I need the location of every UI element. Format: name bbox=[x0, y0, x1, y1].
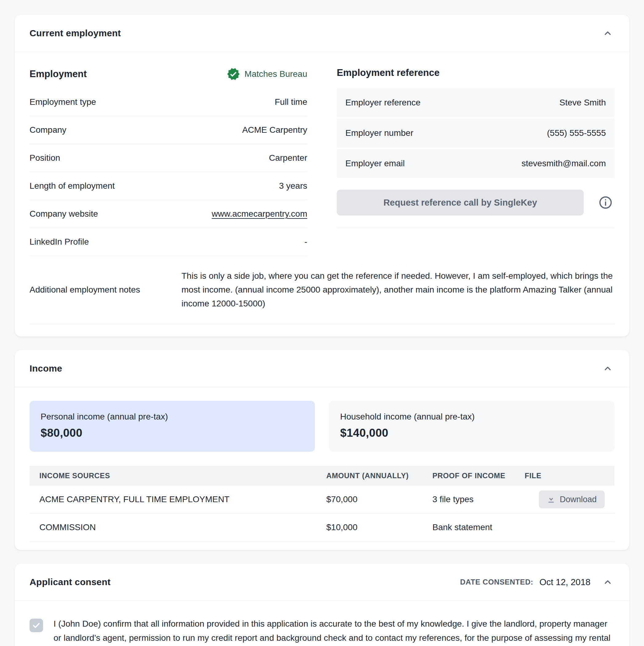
length-of-employment-row: Length of employment 3 years bbox=[29, 172, 307, 200]
employment-reference-subtitle: Employment reference bbox=[337, 67, 440, 78]
notes-label: Additional employment notes bbox=[29, 285, 181, 295]
income-source-cell: COMMISSION bbox=[39, 523, 326, 532]
amount-cell: $70,000 bbox=[326, 495, 433, 504]
employment-subtitle: Employment bbox=[29, 69, 87, 80]
row-value: Carpenter bbox=[269, 153, 307, 163]
employer-email-row: Employer email stevesmith@mail.com bbox=[337, 149, 615, 178]
company-website-row: Company website www.acmecarpentry.com bbox=[29, 200, 307, 228]
row-value: stevesmith@mail.com bbox=[522, 158, 606, 169]
current-employment-card: Current employment Employment Matches Bu… bbox=[15, 15, 629, 336]
applicant-consent-title: Applicant consent bbox=[29, 577, 110, 587]
linkedin-profile-row: LinkedIn Profile - bbox=[29, 228, 307, 256]
checkmark-icon bbox=[32, 621, 40, 630]
income-header: Income bbox=[15, 350, 629, 387]
income-card: Income Personal income (annual pre-tax) … bbox=[15, 350, 629, 550]
divider bbox=[337, 228, 615, 228]
applicant-consent-card: Applicant consent DATE CONSENTED: Oct 12… bbox=[15, 564, 629, 646]
info-icon bbox=[599, 196, 613, 210]
table-row: COMMISSION $10,000 Bank statement bbox=[29, 514, 615, 541]
current-employment-header: Current employment bbox=[15, 15, 629, 52]
column-header-income-sources: INCOME SOURCES bbox=[39, 471, 326, 480]
row-label: Position bbox=[29, 153, 60, 163]
download-button[interactable]: Download bbox=[539, 491, 605, 508]
chevron-up-icon bbox=[603, 577, 613, 587]
employment-column: Employment Matches Bureau Employment typ… bbox=[29, 66, 307, 256]
column-header-file: FILE bbox=[525, 471, 605, 480]
download-icon bbox=[547, 495, 555, 504]
row-label: Company bbox=[29, 125, 67, 135]
row-value: Full time bbox=[275, 97, 307, 107]
company-website-link[interactable]: www.acmecarpentry.com bbox=[211, 209, 307, 219]
page: Current employment Employment Matches Bu… bbox=[0, 0, 644, 646]
download-button-label: Download bbox=[560, 495, 596, 504]
summary-label: Personal income (annual pre-tax) bbox=[40, 412, 304, 422]
row-value: ACME Carpentry bbox=[242, 125, 307, 135]
employer-number-row: Employer number (555) 555-5555 bbox=[337, 119, 615, 147]
income-collapse-button[interactable] bbox=[601, 362, 615, 375]
table-row: ACME CARPENTRY, FULL TIME EMPLOYMENT $70… bbox=[29, 486, 615, 514]
current-employment-body: Employment Matches Bureau Employment typ… bbox=[15, 52, 629, 336]
row-label: Length of employment bbox=[29, 181, 115, 191]
date-consented-label: DATE CONSENTED: bbox=[460, 578, 533, 586]
column-header-amount: AMOUNT (ANNUALLY) bbox=[326, 471, 433, 480]
household-income-summary-card: Household income (annual pre-tax) $140,0… bbox=[329, 401, 615, 452]
income-body: Personal income (annual pre-tax) $80,000… bbox=[15, 387, 629, 550]
additional-notes-row: Additional employment notes This is only… bbox=[29, 256, 615, 324]
company-row: Company ACME Carpentry bbox=[29, 116, 307, 144]
consent-statement: I (John Doe) confirm that all informatio… bbox=[54, 617, 615, 646]
employer-reference-row: Employer reference Steve Smith bbox=[337, 88, 615, 117]
row-label: Employer number bbox=[345, 128, 413, 138]
personal-income-amount: $80,000 bbox=[40, 427, 304, 439]
employment-reference-column: Employment reference Employer reference … bbox=[337, 66, 615, 228]
date-consented-value: Oct 12, 2018 bbox=[539, 577, 590, 587]
column-header-proof: PROOF OF INCOME bbox=[433, 471, 525, 480]
row-value: - bbox=[304, 237, 307, 247]
summary-label: Household income (annual pre-tax) bbox=[340, 412, 604, 422]
matches-bureau-badge: Matches Bureau bbox=[227, 67, 307, 81]
income-source-cell: ACME CARPENTRY, FULL TIME EMPLOYMENT bbox=[39, 495, 326, 504]
proof-cell: Bank statement bbox=[433, 523, 525, 532]
income-table-header: INCOME SOURCES AMOUNT (ANNUALLY) PROOF O… bbox=[29, 466, 615, 486]
current-employment-collapse-button[interactable] bbox=[601, 26, 615, 40]
row-label: Employer reference bbox=[345, 98, 421, 108]
row-value: 3 years bbox=[279, 181, 307, 191]
row-label: LinkedIn Profile bbox=[29, 237, 89, 247]
verified-seal-icon bbox=[227, 67, 240, 81]
notes-text: This is only a side job, where you can g… bbox=[181, 269, 615, 310]
row-value: Steve Smith bbox=[559, 98, 606, 108]
current-employment-title: Current employment bbox=[29, 28, 121, 38]
matches-bureau-label: Matches Bureau bbox=[245, 69, 307, 79]
amount-cell: $10,000 bbox=[326, 523, 433, 532]
position-row: Position Carpenter bbox=[29, 144, 307, 172]
household-income-amount: $140,000 bbox=[340, 427, 604, 439]
request-reference-call-button[interactable]: Request reference call by SingleKey bbox=[337, 190, 584, 215]
income-sources-table: INCOME SOURCES AMOUNT (ANNUALLY) PROOF O… bbox=[29, 466, 615, 541]
income-title: Income bbox=[29, 363, 62, 374]
consent-checkbox[interactable] bbox=[29, 619, 43, 632]
row-label: Employer email bbox=[345, 158, 405, 169]
applicant-consent-collapse-button[interactable] bbox=[601, 575, 615, 589]
chevron-up-icon bbox=[603, 28, 613, 38]
chevron-up-icon bbox=[603, 363, 613, 373]
proof-cell: 3 file types bbox=[433, 495, 525, 504]
personal-income-summary-card: Personal income (annual pre-tax) $80,000 bbox=[29, 401, 315, 452]
employment-type-row: Employment type Full time bbox=[29, 88, 307, 116]
row-label: Employment type bbox=[29, 97, 96, 107]
row-value: (555) 555-5555 bbox=[547, 128, 606, 138]
reference-info-button[interactable] bbox=[596, 194, 615, 211]
consent-body: I (John Doe) confirm that all informatio… bbox=[15, 601, 629, 646]
applicant-consent-header: Applicant consent DATE CONSENTED: Oct 12… bbox=[15, 564, 629, 601]
row-label: Company website bbox=[29, 209, 98, 219]
